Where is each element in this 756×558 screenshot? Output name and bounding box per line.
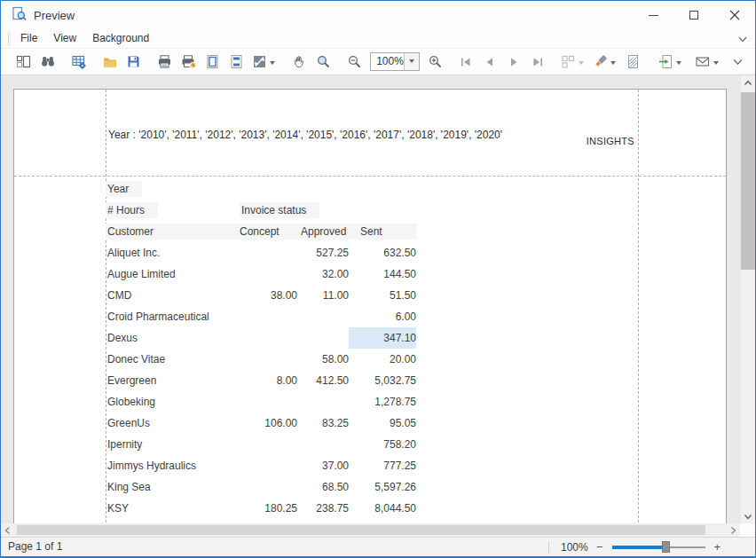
scroll-down-button[interactable] bbox=[741, 508, 755, 523]
prev-page-button[interactable] bbox=[479, 51, 501, 73]
status-separator bbox=[548, 541, 549, 554]
cell-approved: 238.75 bbox=[297, 498, 349, 519]
quick-print-button[interactable] bbox=[177, 51, 200, 73]
prev-page-icon bbox=[483, 55, 497, 69]
document-map-icon bbox=[16, 54, 31, 69]
header-footer-button[interactable] bbox=[225, 51, 248, 73]
cell-sent: 632.50 bbox=[349, 242, 416, 263]
zoom-out-icon bbox=[347, 54, 362, 69]
cell-sent: 347.10 bbox=[349, 327, 416, 349]
scroll-left-button[interactable] bbox=[1, 523, 15, 537]
menu-overflow-button[interactable] bbox=[737, 32, 748, 48]
row-area-header: Year bbox=[107, 178, 129, 200]
next-page-button[interactable] bbox=[503, 51, 525, 73]
save-button[interactable] bbox=[122, 51, 145, 73]
maximize-button[interactable] bbox=[673, 1, 714, 29]
column-header-customer: Customer bbox=[107, 221, 154, 242]
printer-icon bbox=[157, 54, 172, 69]
cell-approved: 58.00 bbox=[297, 349, 349, 370]
band-separator-guide bbox=[14, 176, 726, 177]
cell-sent: 1,278.75 bbox=[349, 391, 416, 413]
menu-background[interactable]: Background bbox=[84, 29, 157, 49]
zoom-slider-thumb[interactable] bbox=[662, 541, 670, 553]
cell-sent: 758.20 bbox=[349, 434, 416, 455]
header-footer-icon bbox=[229, 54, 244, 69]
export-dropdown-caret bbox=[676, 61, 681, 67]
zoom-in-button[interactable] bbox=[424, 51, 446, 73]
title-bar: Preview bbox=[1, 1, 755, 29]
last-page-icon bbox=[531, 55, 545, 69]
document-map-button[interactable] bbox=[12, 51, 35, 73]
vertical-scroll-thumb[interactable] bbox=[741, 92, 755, 270]
cell-approved bbox=[297, 434, 349, 455]
preview-surface[interactable]: Year : '2010', '2011', '2012', '2013', '… bbox=[1, 75, 755, 523]
scroll-up-button[interactable] bbox=[741, 75, 755, 90]
cell-sent: 5,597.26 bbox=[349, 476, 416, 498]
cell-approved: 11.00 bbox=[297, 285, 349, 306]
search-button[interactable] bbox=[36, 51, 59, 73]
cell-concept bbox=[240, 242, 297, 263]
table-settings-button[interactable] bbox=[67, 51, 90, 73]
email-dropdown-caret bbox=[713, 61, 719, 67]
zoom-slider[interactable] bbox=[612, 541, 705, 553]
printer-badge-icon bbox=[181, 54, 197, 69]
scale-button[interactable] bbox=[249, 51, 280, 73]
cell-customer: Aliquet Inc. bbox=[107, 242, 240, 263]
right-margin-guide bbox=[638, 90, 639, 523]
table-row: Donec Vitae58.0020.00 bbox=[106, 349, 417, 370]
page-color-button[interactable] bbox=[590, 51, 620, 73]
watermark-button[interactable] bbox=[622, 51, 644, 73]
horizontal-scrollbar[interactable] bbox=[1, 523, 740, 537]
cell-customer: GreenUs bbox=[107, 413, 240, 434]
cell-approved: 68.50 bbox=[297, 476, 349, 498]
watermark-icon bbox=[626, 54, 641, 69]
email-button[interactable] bbox=[690, 51, 726, 73]
horizontal-scroll-thumb[interactable] bbox=[17, 525, 705, 535]
scroll-right-button[interactable] bbox=[726, 523, 740, 537]
zoom-out-button[interactable] bbox=[343, 51, 366, 73]
table-row: Evergreen8.00412.505,032.75 bbox=[106, 370, 417, 391]
export-button[interactable] bbox=[653, 51, 689, 73]
print-button[interactable] bbox=[154, 51, 176, 73]
toolbar-overflow-button[interactable] bbox=[727, 51, 749, 73]
page-setup-button[interactable] bbox=[201, 51, 224, 73]
report-brand-label: INSIGHTS bbox=[587, 136, 634, 146]
close-button[interactable] bbox=[714, 1, 755, 29]
open-button[interactable] bbox=[98, 51, 121, 73]
report-page: Year : '2010', '2011', '2012', '2013', '… bbox=[13, 89, 727, 523]
zoom-combobox-dropdown[interactable] bbox=[404, 53, 419, 70]
hand-tool-button[interactable] bbox=[288, 51, 311, 73]
preview-window: Preview File View Background bbox=[0, 0, 756, 558]
window-title: Preview bbox=[34, 9, 75, 22]
last-page-button[interactable] bbox=[527, 51, 549, 73]
cell-concept bbox=[240, 349, 297, 370]
menu-file[interactable]: File bbox=[12, 29, 45, 49]
magnifier-tool-button[interactable] bbox=[312, 51, 335, 73]
first-page-icon bbox=[459, 55, 473, 69]
close-icon bbox=[729, 10, 740, 20]
cell-sent: 95.05 bbox=[349, 413, 416, 434]
zoom-slider-track bbox=[670, 546, 705, 548]
cell-concept bbox=[240, 434, 297, 455]
table-row: Jimmys Hydraulics37.00777.25 bbox=[106, 455, 417, 476]
page-info-label: Page 1 of 1 bbox=[8, 540, 62, 553]
first-page-button[interactable] bbox=[455, 51, 477, 73]
hand-icon bbox=[292, 54, 307, 69]
floppy-icon bbox=[126, 54, 141, 69]
page-margins-icon bbox=[205, 54, 220, 69]
zoom-decrease-button[interactable]: − bbox=[591, 540, 609, 554]
zoom-increase-button[interactable]: + bbox=[709, 540, 727, 554]
page-color-dropdown-caret bbox=[610, 61, 616, 67]
data-area-header: # Hours bbox=[107, 200, 145, 221]
magnifier-icon bbox=[316, 54, 331, 69]
report-filter-text: Year : '2010', '2011', '2012', '2013', '… bbox=[108, 129, 502, 141]
menu-view[interactable]: View bbox=[45, 29, 84, 49]
cell-approved: 37.00 bbox=[297, 455, 349, 476]
zoom-combobox[interactable]: 100% bbox=[370, 52, 420, 71]
vertical-scrollbar[interactable] bbox=[741, 75, 755, 523]
cell-customer: Dexus bbox=[107, 327, 240, 349]
envelope-icon bbox=[695, 54, 711, 69]
cell-concept: 38.00 bbox=[240, 285, 297, 306]
multi-page-button[interactable] bbox=[558, 51, 588, 73]
minimize-button[interactable] bbox=[633, 1, 673, 29]
